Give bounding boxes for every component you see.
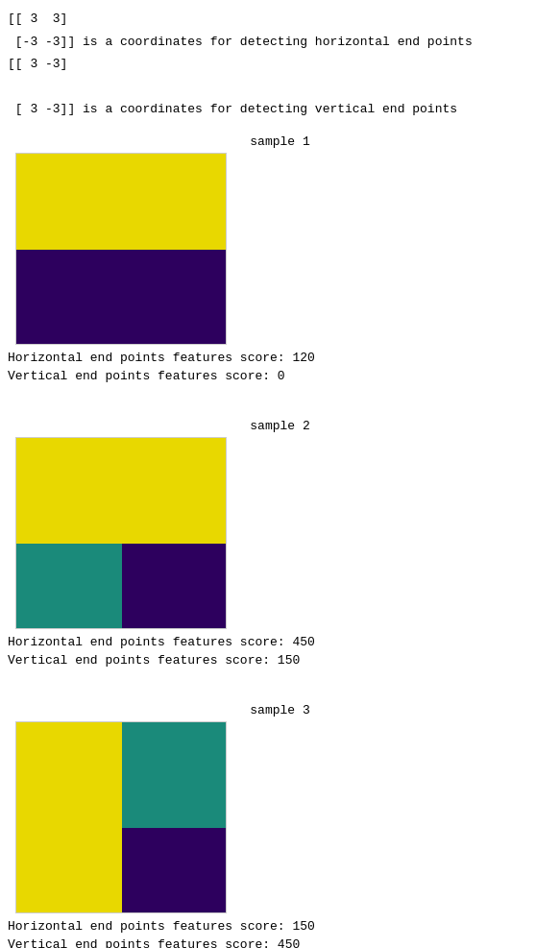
svg-rect-5 <box>16 722 122 828</box>
code-line-3: [[ 3 -3] <box>8 55 552 74</box>
sample-1-image <box>15 153 227 345</box>
code-line-5: [ 3 -3]] is a coordinates for detecting … <box>8 100 552 119</box>
svg-rect-8 <box>122 828 227 913</box>
svg-rect-3 <box>16 544 122 629</box>
sample-1-title: sample 1 <box>8 134 552 149</box>
code-line-1: [[ 3 3] <box>8 10 552 29</box>
sample-1: sample 1Horizontal end points features s… <box>8 134 552 386</box>
code-line-2: [-3 -3]] is a coordinates for detecting … <box>8 33 552 52</box>
sample-3-title: sample 3 <box>8 703 552 717</box>
svg-rect-7 <box>16 828 122 913</box>
svg-rect-2 <box>16 438 227 544</box>
svg-rect-1 <box>16 250 227 345</box>
sample-3-scores: Horizontal end points features score: 15… <box>8 917 552 949</box>
sample-1-scores: Horizontal end points features score: 12… <box>8 349 552 386</box>
svg-rect-4 <box>122 544 227 629</box>
code-line-4 <box>8 78 552 97</box>
sample-2: sample 2Horizontal end points features s… <box>8 419 552 670</box>
svg-rect-6 <box>122 722 227 828</box>
sample-3-image <box>15 721 227 913</box>
sample-3: sample 3Horizontal end points features s… <box>8 703 552 949</box>
sample-2-image <box>15 437 227 629</box>
sample-2-scores: Horizontal end points features score: 45… <box>8 633 552 670</box>
sample-2-title: sample 2 <box>8 419 552 433</box>
svg-rect-0 <box>16 154 227 250</box>
